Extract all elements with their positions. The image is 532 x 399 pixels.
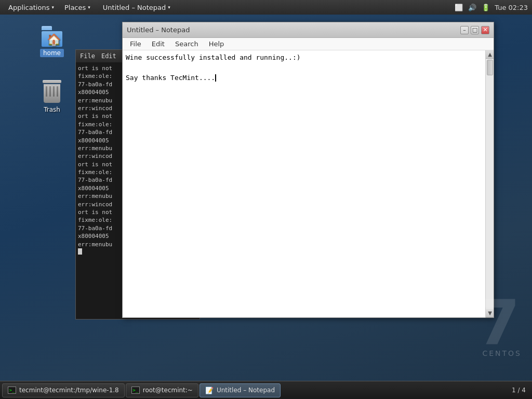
taskbar-notepad[interactable]: 📝 Untitled – Notepad bbox=[200, 383, 281, 397]
notepad-titlebar: Untitled – Notepad – □ ✕ bbox=[123, 22, 494, 38]
trash-icon[interactable]: Trash bbox=[31, 79, 73, 113]
taskbar-terminal-1[interactable]: >_ tecmint@tecmint:/tmp/wine-1.8 bbox=[2, 383, 125, 397]
notepad-line-3: Say thanks TecMint.... bbox=[126, 73, 490, 83]
trash-lines bbox=[46, 86, 58, 97]
topbar-left: Applications ▾ Places ▾ Untitled – Notep… bbox=[4, 3, 175, 12]
home-icon-image: 🏠 bbox=[39, 22, 64, 47]
centos-number: 7 bbox=[477, 292, 522, 354]
notepad-file-menu[interactable]: File bbox=[125, 39, 147, 49]
trash-line-4 bbox=[57, 86, 58, 97]
battery-icon[interactable]: 🔋 bbox=[481, 3, 490, 12]
pager-text: 1 / 4 bbox=[512, 387, 526, 394]
applications-label: Applications bbox=[8, 4, 49, 11]
taskbar: >_ tecmint@tecmint:/tmp/wine-1.8 >_ root… bbox=[0, 381, 532, 399]
scroll-track bbox=[486, 59, 494, 309]
window-arrow: ▾ bbox=[168, 5, 170, 10]
centos-text: CENTOS bbox=[477, 349, 522, 357]
topbar-right: ⬜ 🔊 🔋 Tue 02:23 bbox=[454, 3, 528, 12]
topbar: Applications ▾ Places ▾ Untitled – Notep… bbox=[0, 0, 532, 15]
notepad-line-1: Wine successfully installed and running.… bbox=[126, 52, 490, 63]
folder-body: 🏠 bbox=[42, 31, 62, 47]
notepad-body: Wine successfully installed and running.… bbox=[123, 50, 494, 317]
home-icon-label: home bbox=[40, 49, 64, 57]
notepad-text-area[interactable]: Wine successfully installed and running.… bbox=[123, 50, 494, 317]
minimize-button[interactable]: – bbox=[460, 26, 469, 34]
notepad-help-menu[interactable]: Help bbox=[204, 39, 230, 49]
applications-arrow: ▾ bbox=[51, 5, 54, 10]
taskbar-terminal-1-label: tecmint@tecmint:/tmp/wine-1.8 bbox=[19, 387, 119, 394]
terminal-symbol-1: >_ bbox=[9, 388, 15, 393]
notepad-title: Untitled – Notepad bbox=[127, 26, 190, 34]
taskbar-terminal-2[interactable]: >_ root@tecmint:~ bbox=[126, 383, 198, 397]
places-menu[interactable]: Places ▾ bbox=[60, 3, 95, 12]
terminal-symbol-2: >_ bbox=[132, 388, 138, 393]
window-menu[interactable]: Untitled – Notepad ▾ bbox=[97, 3, 175, 12]
house-symbol: 🏠 bbox=[47, 33, 61, 46]
terminal-edit-menu[interactable]: Edit bbox=[101, 52, 116, 60]
notepad-line-3-text: Say thanks TecMint.... bbox=[126, 74, 215, 82]
trash-line-1 bbox=[46, 86, 47, 97]
window-title-topbar: Untitled – Notepad bbox=[103, 4, 166, 11]
terminal-taskbar-icon-2: >_ bbox=[131, 387, 140, 394]
trash-body bbox=[44, 84, 60, 103]
notepad-scrollbar: ▲ ▼ bbox=[485, 50, 494, 317]
audio-icon[interactable]: 🔊 bbox=[468, 3, 477, 12]
taskbar-notepad-label: Untitled – Notepad bbox=[217, 387, 275, 394]
folder-tab bbox=[42, 26, 52, 30]
notepad-edit-menu[interactable]: Edit bbox=[147, 39, 170, 49]
close-button[interactable]: ✕ bbox=[481, 26, 489, 34]
terminal-file-menu[interactable]: File bbox=[80, 52, 95, 60]
taskbar-terminal-2-label: root@tecmint:~ bbox=[143, 387, 193, 394]
terminal-taskbar-icon-1: >_ bbox=[8, 387, 16, 394]
scroll-thumb[interactable] bbox=[487, 60, 493, 75]
scroll-up-button[interactable]: ▲ bbox=[486, 50, 494, 59]
trash-icon-label: Trash bbox=[44, 106, 60, 113]
display-icon[interactable]: ⬜ bbox=[454, 3, 463, 12]
terminal-cursor bbox=[78, 248, 82, 255]
notepad-line-2 bbox=[126, 63, 490, 73]
notepad-window: Untitled – Notepad – □ ✕ File Edit Searc… bbox=[122, 22, 494, 318]
notepad-taskbar-icon: 📝 bbox=[205, 386, 214, 394]
trash-icon-image bbox=[39, 79, 64, 104]
notepad-icon-symbol: 📝 bbox=[205, 387, 214, 394]
places-arrow: ▾ bbox=[88, 5, 90, 10]
places-label: Places bbox=[64, 4, 86, 11]
clock: Tue 02:23 bbox=[495, 4, 528, 11]
home-folder-icon[interactable]: 🏠 home bbox=[31, 22, 73, 57]
text-cursor bbox=[215, 74, 216, 82]
notepad-menubar: File Edit Search Help bbox=[123, 38, 494, 50]
trash-lid bbox=[43, 80, 61, 83]
applications-menu[interactable]: Applications ▾ bbox=[4, 3, 58, 12]
notepad-controls: – □ ✕ bbox=[460, 26, 489, 34]
trash-line-3 bbox=[53, 86, 55, 97]
centos-watermark: 7 CENTOS bbox=[477, 292, 522, 357]
maximize-button[interactable]: □ bbox=[471, 26, 479, 34]
trash-line-2 bbox=[49, 86, 51, 97]
notepad-search-menu[interactable]: Search bbox=[170, 39, 204, 49]
taskbar-pager: 1 / 4 bbox=[508, 387, 530, 394]
